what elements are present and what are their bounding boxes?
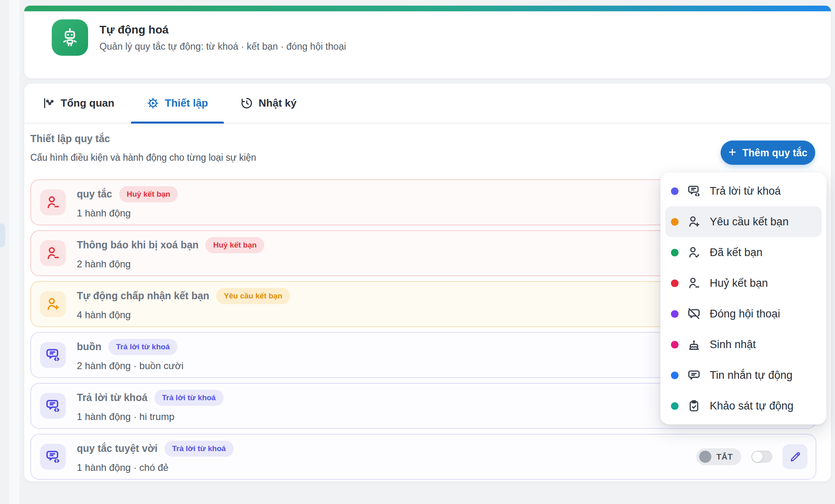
section-subtitle: Cấu hình điều kiện và hành động cho từng… <box>30 152 256 163</box>
rule-title: buồn <box>77 341 101 353</box>
rule-type-badge: Huỷ kết bạn <box>119 186 178 202</box>
rule-meta: 2 hành động · buồn cười <box>77 360 183 372</box>
tab-label: Nhật ký <box>259 97 297 109</box>
rule-type-tile <box>40 342 66 368</box>
menu-item-label: Huỷ kết bạn <box>710 277 768 290</box>
menu-item-icon <box>687 215 701 229</box>
rule-type-tile <box>40 240 66 266</box>
rule-type-tile <box>40 189 66 215</box>
menu-item[interactable]: Khảo sát tự động <box>665 391 822 421</box>
status-chip-label: TẮT <box>717 452 733 462</box>
rule-type-badge: Trả lời từ khoá <box>164 441 234 457</box>
rule-type-tile <box>40 444 66 470</box>
rule-title: quy tắc <box>77 188 112 200</box>
menu-item[interactable]: Huỷ kết bạn <box>665 268 822 298</box>
add-rule-button-label: Thêm quy tắc <box>742 147 808 159</box>
automation-header-card: Tự động hoá Quản lý quy tắc tự động: từ … <box>24 6 831 78</box>
tab[interactable]: Tổng quan <box>42 84 114 123</box>
rule-title: Thông báo khi bị xoá bạn <box>77 239 198 251</box>
rule-type-badge: Trả lời từ khoá <box>108 339 177 355</box>
enable-toggle[interactable] <box>751 451 772 463</box>
event-color-dot <box>671 372 679 379</box>
rule-meta: 1 hành động <box>77 208 178 219</box>
menu-item[interactable]: Đóng hội thoại <box>665 298 822 329</box>
tab[interactable]: Thiết lập <box>147 84 208 123</box>
menu-item-icon <box>687 368 701 382</box>
menu-item-icon <box>687 246 701 259</box>
menu-item-label: Yêu cầu kết bạn <box>710 216 789 228</box>
rule-type-icon <box>45 246 61 261</box>
menu-item[interactable]: Yêu cầu kết bạn <box>665 206 822 237</box>
rule-type-tile <box>40 393 66 419</box>
event-color-dot <box>671 402 679 410</box>
add-rule-menu: Trả lời từ khoá Yêu cầu kết bạn Đã kết b… <box>660 172 827 424</box>
rule-type-badge: Huỷ kết bạn <box>205 237 264 253</box>
tab-icon <box>42 97 55 109</box>
rule-title: Trả lời từ khoá <box>77 392 148 403</box>
event-color-dot <box>671 218 679 226</box>
toggle-knob <box>752 452 763 462</box>
left-gutter <box>9 0 19 504</box>
event-color-dot <box>671 279 679 287</box>
edit-rule-button[interactable] <box>782 444 808 469</box>
tab[interactable]: Nhật ký <box>240 84 297 123</box>
tab-label: Tổng quan <box>61 97 114 109</box>
event-color-dot <box>671 341 679 349</box>
rule-meta: 1 hành động · hi trump <box>77 411 224 422</box>
robot-icon <box>59 27 81 48</box>
menu-item-icon <box>687 399 701 413</box>
rule-type-tile <box>40 291 66 317</box>
header-accent-bar <box>24 6 831 11</box>
menu-item[interactable]: Sinh nhật <box>665 329 822 360</box>
event-color-dot <box>671 249 679 256</box>
rule-type-icon <box>45 449 61 464</box>
event-color-dot <box>671 187 679 195</box>
rule-meta: 4 hành động <box>77 309 290 321</box>
menu-item-icon <box>687 307 701 321</box>
rule-card[interactable]: quy tắc tuyệt vời Trả lời từ khoá 1 hành… <box>30 434 816 480</box>
menu-item[interactable]: Đã kết bạn <box>665 237 822 268</box>
rule-type-icon <box>45 195 61 210</box>
menu-item-icon <box>687 276 701 290</box>
page-title: Tự động hoá <box>99 23 346 36</box>
menu-item-label: Sinh nhật <box>710 338 756 351</box>
automation-page: { "header": { "title": "Tự động hoá", "s… <box>0 0 835 504</box>
page-subtitle: Quản lý quy tắc tự động: từ khoá · kết b… <box>99 41 346 52</box>
add-rule-button[interactable]: + Thêm quy tắc <box>721 141 815 165</box>
menu-item[interactable]: Trả lời từ khoá <box>665 176 822 206</box>
rule-meta: 2 hành động <box>77 258 264 270</box>
tab-icon <box>147 97 159 109</box>
menu-item-label: Tin nhắn tự động <box>710 369 793 382</box>
automation-avatar <box>52 19 88 56</box>
menu-item-icon <box>687 184 701 198</box>
left-peek-widget <box>0 223 5 248</box>
menu-item-label: Đã kết bạn <box>710 246 763 259</box>
menu-item[interactable]: Tin nhắn tự động <box>665 360 822 391</box>
rule-meta: 1 hành động · chó đẻ <box>77 462 234 473</box>
rule-type-icon <box>45 347 61 363</box>
rule-title: Tự động chấp nhận kết bạn <box>77 290 209 302</box>
tab-label: Thiết lập <box>165 97 208 109</box>
rule-type-badge: Trả lời từ khoá <box>154 390 224 406</box>
tab-bar: Tổng quan Thiết lập Nhật ký <box>24 84 831 124</box>
status-chip-off[interactable]: TẮT <box>696 448 741 465</box>
rule-type-icon <box>45 398 61 414</box>
rule-title: quy tắc tuyệt vời <box>77 443 158 454</box>
status-dot <box>699 451 711 463</box>
rule-type-badge: Yêu cầu kết bạn <box>216 288 290 304</box>
rule-controls: TẮT <box>696 444 808 469</box>
menu-item-icon <box>687 338 701 351</box>
plus-icon: + <box>728 145 736 159</box>
section-title: Thiết lập quy tắc <box>30 133 110 145</box>
tab-icon <box>240 97 253 109</box>
event-color-dot <box>671 310 679 318</box>
menu-item-label: Đóng hội thoại <box>710 308 780 320</box>
menu-item-label: Trả lời từ khoá <box>710 185 781 197</box>
menu-item-label: Khảo sát tự động <box>710 400 793 412</box>
pencil-icon <box>789 451 801 463</box>
rule-type-icon <box>45 296 61 312</box>
